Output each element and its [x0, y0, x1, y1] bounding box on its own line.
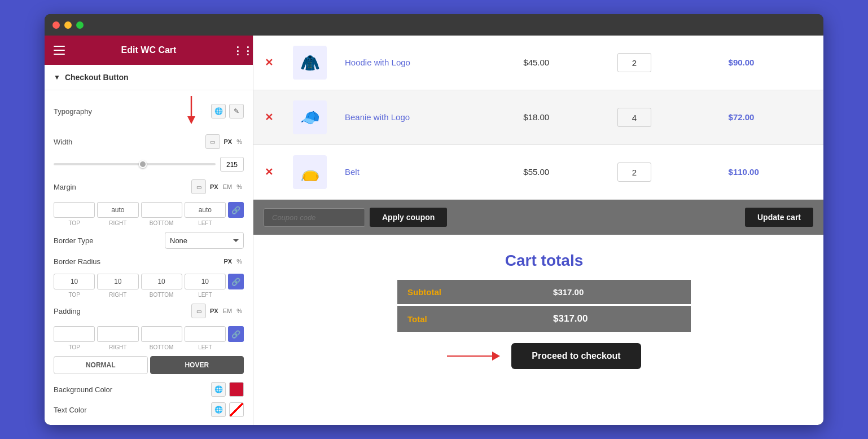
totals-section: Cart totals Subtotal $317.00 Total $317.… — [253, 235, 823, 392]
bg-color-swatch[interactable] — [229, 382, 244, 397]
margin-left[interactable]: auto — [185, 202, 226, 218]
text-globe-icon[interactable]: 🌐 — [211, 402, 226, 417]
br-left[interactable]: 10 — [185, 274, 226, 289]
text-color-swatch[interactable] — [229, 402, 244, 417]
pad-pct[interactable]: % — [235, 306, 244, 315]
pad-left[interactable] — [185, 326, 226, 342]
product-image: 🧥 — [293, 46, 327, 80]
padding-label: Padding — [54, 307, 81, 315]
hamburger-icon[interactable] — [54, 45, 65, 56]
apply-coupon-button[interactable]: Apply coupon — [370, 208, 447, 227]
product-name-cell: Beanie with Logo — [336, 90, 514, 145]
coupon-input[interactable] — [264, 208, 365, 227]
pad-top[interactable] — [54, 326, 95, 342]
margin-top[interactable] — [54, 202, 95, 218]
pad-link-btn[interactable]: 🔗 — [228, 326, 244, 342]
percent-unit[interactable]: % — [235, 137, 244, 146]
panel-title: Edit WC Cart — [121, 45, 177, 55]
margin-icon[interactable]: ▭ — [191, 179, 206, 194]
left-panel: Edit WC Cart ⋮⋮ ▼ Checkout Button Typogr… — [45, 36, 253, 425]
br-pct[interactable]: % — [235, 257, 244, 266]
product-name[interactable]: Belt — [345, 167, 360, 177]
select-arrow — [233, 239, 239, 242]
maximize-dot[interactable] — [76, 21, 84, 29]
pad-bottom[interactable] — [141, 326, 182, 342]
bg-globe-icon[interactable]: 🌐 — [211, 382, 226, 397]
titlebar — [45, 14, 823, 36]
margin-bottom[interactable] — [141, 202, 182, 218]
px-unit[interactable]: PX — [222, 137, 234, 146]
remove-button[interactable]: ✕ — [262, 111, 275, 124]
padding-row: Padding ▭ PX EM % — [54, 304, 244, 318]
width-value[interactable]: 215 — [220, 157, 244, 172]
panel-body: Typography 🌐 ✎ — [45, 90, 253, 425]
padding-icon[interactable]: ▭ — [191, 304, 206, 318]
pad-em[interactable]: EM — [221, 306, 234, 315]
br-px[interactable]: PX — [222, 257, 234, 266]
label-left: LEFT — [185, 220, 226, 226]
text-color-controls: 🌐 — [211, 402, 244, 417]
margin-em[interactable]: EM — [221, 182, 234, 191]
total-label: Total — [397, 305, 543, 332]
checkout-arrow — [447, 352, 500, 361]
product-qty[interactable]: 2 — [617, 163, 651, 182]
width-label: Width — [54, 138, 72, 146]
globe-icon[interactable]: 🌐 — [211, 104, 226, 118]
pad-right[interactable] — [97, 326, 138, 342]
label-right: RIGHT — [97, 220, 138, 226]
product-total-cell: $90.00 — [720, 36, 823, 90]
minimize-dot[interactable] — [64, 21, 72, 29]
cart-row: ✕ 👝 Belt $55.00 2 $110.00 — [253, 145, 823, 200]
close-dot[interactable] — [52, 21, 60, 29]
margin-link-btn[interactable]: 🔗 — [228, 202, 244, 218]
remove-button[interactable]: ✕ — [262, 166, 275, 178]
br-top[interactable]: 10 — [54, 274, 95, 289]
product-price-cell: $45.00 — [514, 36, 608, 90]
br-bottom[interactable]: 10 — [141, 274, 182, 289]
product-total: $110.00 — [729, 167, 759, 177]
normal-hover-row: NORMAL HOVER — [54, 356, 244, 374]
bg-color-row: Background Color 🌐 — [54, 382, 244, 397]
product-qty[interactable]: 4 — [617, 108, 651, 127]
product-img-cell: 👝 — [284, 145, 336, 200]
product-name[interactable]: Hoodie with Logo — [345, 58, 410, 67]
border-radius-row: Border Radius PX % — [54, 257, 244, 266]
margin-inputs: auto auto 🔗 — [54, 202, 244, 218]
width-slider-container: 215 — [54, 157, 244, 172]
br-link-btn[interactable]: 🔗 — [228, 274, 244, 289]
product-img-cell: 🧥 — [284, 36, 336, 90]
pad-px[interactable]: PX — [208, 306, 220, 315]
margin-px[interactable]: PX — [208, 182, 220, 191]
bg-color-controls: 🌐 — [211, 382, 244, 397]
cart-row: ✕ 🧢 Beanie with Logo $18.00 4 $72.00 — [253, 90, 823, 145]
remove-cell: ✕ — [253, 90, 284, 145]
product-name[interactable]: Beanie with Logo — [345, 112, 410, 122]
br-right[interactable]: 10 — [97, 274, 138, 289]
width-slider[interactable] — [54, 163, 216, 165]
product-total: $90.00 — [729, 58, 755, 67]
label-bottom: BOTTOM — [141, 220, 182, 226]
arrow-line — [447, 355, 492, 357]
panel-header: Edit WC Cart ⋮⋮ — [45, 36, 253, 65]
remove-button[interactable]: ✕ — [262, 56, 275, 69]
margin-pct[interactable]: % — [235, 182, 244, 191]
hover-button[interactable]: HOVER — [150, 356, 244, 374]
bg-color-label: Background Color — [54, 385, 112, 394]
pad-grid-labels: TOP RIGHT BOTTOM LEFT — [54, 344, 244, 350]
width-icon[interactable]: ▭ — [205, 134, 220, 149]
checkout-button[interactable]: Proceed to checkout — [511, 343, 641, 369]
margin-label: Margin — [54, 183, 76, 191]
border-type-select[interactable]: None — [165, 232, 244, 249]
update-cart-button[interactable]: Update cart — [745, 208, 813, 227]
edit-icon[interactable]: ✎ — [229, 104, 244, 118]
product-qty[interactable]: 2 — [617, 53, 651, 72]
text-color-row: Text Color 🌐 — [54, 402, 244, 417]
typography-controls: 🌐 ✎ — [186, 96, 244, 126]
product-img-cell: 🧢 — [284, 90, 336, 145]
margin-right[interactable]: auto — [97, 202, 138, 218]
grid-icon[interactable]: ⋮⋮ — [233, 45, 244, 56]
padding-units: PX EM % — [208, 306, 244, 315]
normal-button[interactable]: NORMAL — [54, 356, 148, 374]
product-price-cell: $55.00 — [514, 145, 608, 200]
br-label-bottom: BOTTOM — [141, 292, 182, 298]
